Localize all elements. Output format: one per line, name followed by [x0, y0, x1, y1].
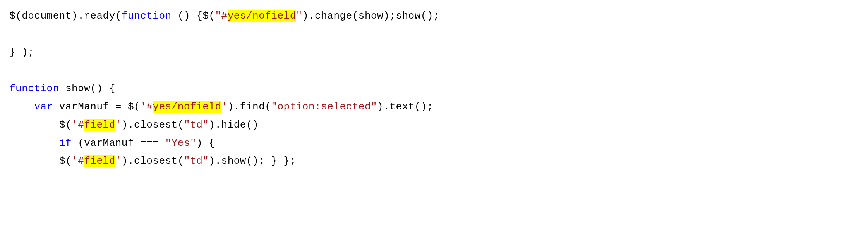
code-text: ) { [196, 137, 215, 149]
code-text: $( [59, 155, 72, 167]
code-text: ).closest( [122, 155, 184, 167]
string-quote: '# [140, 101, 153, 113]
string-quote: '# [72, 155, 84, 167]
code-text: ).find( [228, 101, 271, 113]
keyword-function: function [122, 10, 172, 22]
string-literal: "td" [184, 119, 209, 131]
string-quote: ' [221, 101, 228, 113]
code-text: show() { [59, 83, 115, 94]
code-text: (varManuf === [72, 137, 165, 149]
keyword-var: var [34, 101, 53, 113]
keyword-if: if [59, 137, 72, 149]
string-literal: "option:selected" [271, 101, 377, 113]
code-text: ).show(); } }; [209, 155, 296, 167]
indent [9, 155, 59, 167]
indent [9, 101, 34, 113]
code-text: ).closest( [122, 119, 184, 131]
code-text: } ); [9, 47, 34, 58]
code-text: ).change(show);show(); [302, 10, 439, 22]
string-quote: "# [215, 10, 227, 22]
code-text: $( [59, 119, 72, 131]
keyword-function: function [9, 83, 59, 94]
highlighted-selector: field [84, 155, 115, 167]
code-block: $(document).ready(function () {$("#yes/n… [2, 2, 866, 230]
string-quote: ' [115, 119, 122, 131]
highlighted-selector: yes/nofield [153, 101, 221, 113]
code-text: () {$( [172, 10, 215, 22]
indent [9, 119, 59, 131]
string-quote: ' [115, 155, 122, 167]
string-quote: " [296, 10, 302, 22]
code-text: ).hide() [209, 119, 259, 131]
code-text: varManuf = $( [53, 101, 140, 113]
highlighted-selector: yes/nofield [228, 10, 296, 22]
string-quote: '# [72, 119, 84, 131]
code-text: ).text(); [377, 101, 433, 113]
code-text: $(document).ready( [9, 10, 122, 22]
indent [9, 137, 59, 149]
code-content: $(document).ready(function () {$("#yes/n… [9, 7, 859, 170]
string-literal: "td" [184, 155, 209, 167]
string-literal: "Yes" [165, 137, 197, 149]
highlighted-selector: field [84, 119, 115, 131]
